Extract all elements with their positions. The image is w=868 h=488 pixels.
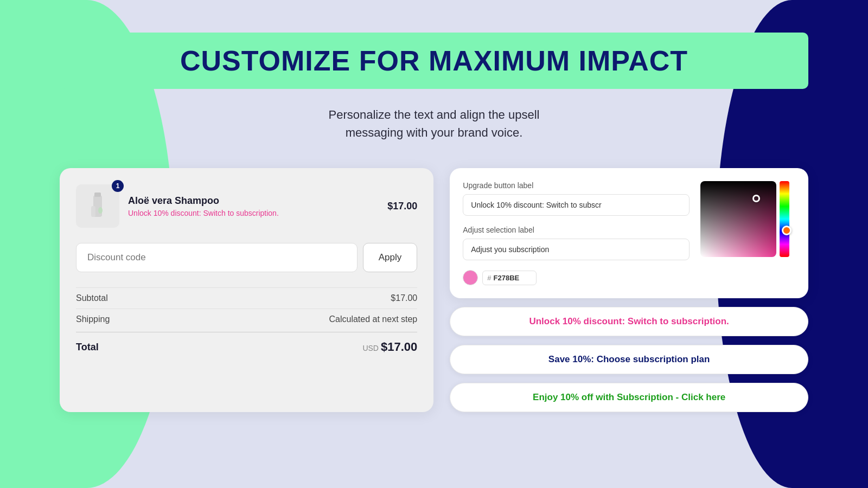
color-picker-section [700,181,795,285]
preview-button-green[interactable]: Enjoy 10% off with Subscription - Click … [450,383,808,412]
adjust-selection-input[interactable] [463,239,690,260]
subtotal-row: Subtotal $17.00 [76,287,417,309]
total-value: USD$17.00 [362,340,417,354]
discount-code-input[interactable] [76,243,358,272]
page-title: CUSTOMIZE FOR MAXIMUM IMPACT [81,44,787,77]
color-gradient-wrapper [700,181,795,261]
color-hex-row: # [463,270,690,285]
preview-button-blue-text: Save 10%: Choose subscription plan [548,354,710,364]
header-banner: CUSTOMIZE FOR MAXIMUM IMPACT [60,33,808,89]
fields-section: Upgrade button label Adjust selection la… [463,181,690,285]
color-gradient[interactable] [700,181,776,257]
preview-button-pink-text: Unlock 10% discount: Switch to subscript… [529,316,729,326]
hue-handle[interactable] [782,226,792,235]
total-label: Total [76,342,99,353]
svg-rect-2 [91,206,95,217]
shipping-value: Calculated at next step [329,314,418,324]
svg-point-3 [98,207,103,214]
upgrade-button-group: Upgrade button label [463,181,690,216]
checkout-card: 1 Aloë vera Shampoo Unlock 10% discount:… [60,168,433,412]
hue-slider[interactable] [780,181,789,257]
shipping-row: Shipping Calculated at next step [76,309,417,330]
product-row: 1 Aloë vera Shampoo Unlock 10% discount:… [76,184,417,228]
subtitle: Personalize the text and align the upsel… [0,106,868,142]
product-info: Aloë vera Shampoo Unlock 10% discount: S… [128,195,379,217]
subtotal-label: Subtotal [76,293,108,303]
product-badge: 1 [112,180,124,192]
subtitle-line2: messaging with your brand voice. [346,126,523,139]
discount-row: Apply [76,243,417,272]
product-thumbnail-icon [81,190,114,222]
hex-input-wrap: # [482,271,536,285]
right-panel: Upgrade button label Adjust selection la… [450,168,808,412]
svg-rect-1 [94,192,101,197]
product-name: Aloë vera Shampoo [128,195,379,207]
hex-hash: # [487,274,491,282]
adjust-selection-label: Adjust selection label [463,226,690,234]
upgrade-button-input[interactable] [463,194,690,216]
product-price: $17.00 [387,201,417,212]
customization-card: Upgrade button label Adjust selection la… [450,168,808,298]
total-row: Total USD$17.00 [76,332,417,359]
gradient-handle[interactable] [752,195,760,202]
upgrade-button-label: Upgrade button label [463,181,690,190]
total-currency: USD [362,344,379,352]
content-area: 1 Aloë vera Shampoo Unlock 10% discount:… [60,168,808,412]
total-amount: $17.00 [381,340,417,354]
subtitle-line1: Personalize the text and align the upsel… [329,108,540,121]
apply-button[interactable]: Apply [363,243,418,272]
product-image [76,184,119,228]
product-image-wrap: 1 [76,184,119,228]
preview-button-blue[interactable]: Save 10%: Choose subscription plan [450,345,808,374]
hex-input[interactable] [494,274,532,282]
preview-button-green-text: Enjoy 10% off with Subscription - Click … [533,392,725,402]
adjust-selection-group: Adjust selection label [463,226,690,260]
product-promo-text: Unlock 10% discount: Switch to subscript… [128,209,379,217]
preview-button-pink[interactable]: Unlock 10% discount: Switch to subscript… [450,307,808,336]
subtotal-value: $17.00 [391,293,417,303]
color-swatch [463,270,478,285]
shipping-label: Shipping [76,314,110,324]
